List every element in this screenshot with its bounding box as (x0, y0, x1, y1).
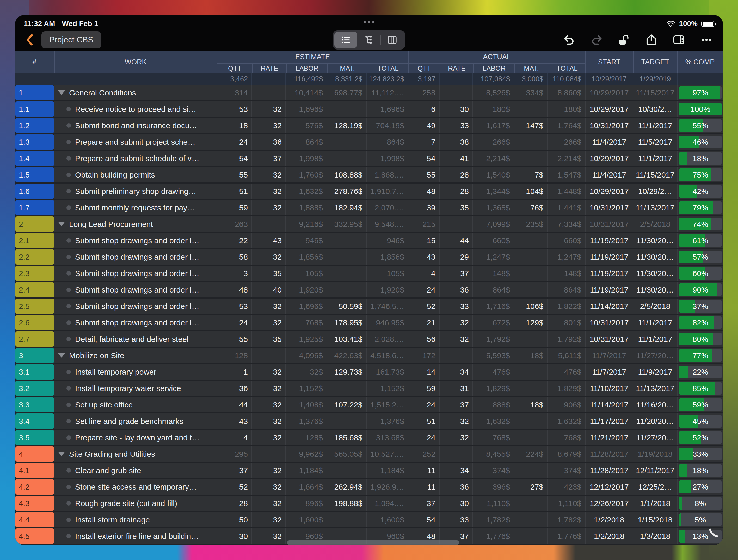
est-total-cell[interactable]: 946.95$ (366, 315, 408, 330)
act-total-cell[interactable]: 1,448$ (547, 184, 585, 199)
start-date-cell[interactable]: 11/19/2017 (585, 233, 633, 248)
start-date-cell[interactable]: 10/29/2017 (585, 184, 633, 199)
work-cell[interactable]: Submit shop drawings and order l… (54, 233, 217, 248)
work-cell[interactable]: Long Lead Procurement (54, 216, 217, 232)
act-labor-cell[interactable]: 5,593$ (472, 348, 513, 363)
act-qtt-cell[interactable]: 215 (408, 216, 439, 232)
act-mat-cell[interactable]: 7$ (513, 167, 547, 183)
table-row[interactable]: 1.6Submit preliminary shop drawing…51321… (15, 184, 723, 200)
act-mat-cell[interactable] (513, 266, 547, 281)
est-rate-cell[interactable]: 32 (252, 364, 285, 379)
target-date-cell[interactable]: 11/20/20… (633, 413, 677, 429)
header-est-mat[interactable]: MAT. (327, 64, 367, 73)
act-labor-cell[interactable]: 888$ (472, 397, 513, 412)
start-date-cell[interactable]: 11/19/2017 (585, 266, 633, 281)
act-labor-cell[interactable]: 148$ (472, 266, 513, 281)
act-labor-cell[interactable]: 374$ (472, 463, 513, 478)
collapse-arrow-icon[interactable] (58, 90, 65, 95)
act-labor-cell[interactable]: 672$ (472, 315, 513, 330)
est-qtt-cell[interactable]: 18 (217, 118, 252, 133)
percent-complete-cell[interactable]: 18% (677, 151, 723, 166)
row-number-cell[interactable]: 4.5 (15, 528, 54, 544)
header-work[interactable]: WORK (54, 51, 217, 73)
work-cell[interactable]: Set line and grade benchmarks (54, 413, 217, 429)
row-number-cell[interactable]: 2.7 (15, 331, 54, 347)
target-date-cell[interactable]: 2/5/2018 (633, 298, 677, 314)
act-labor-cell[interactable]: 2,214$ (472, 151, 513, 166)
header-target[interactable]: TARGET (633, 51, 677, 73)
act-mat-cell[interactable] (513, 430, 547, 445)
lock-open-icon[interactable] (618, 34, 630, 46)
header-comp[interactable]: % COMP. (677, 51, 723, 73)
est-rate-cell[interactable]: 43 (252, 233, 285, 248)
est-qtt-cell[interactable]: 1 (217, 364, 252, 379)
est-labor-cell[interactable]: 1,760$ (285, 167, 327, 183)
work-cell[interactable]: Prepare site - lay down yard and t… (54, 430, 217, 445)
start-date-cell[interactable]: 11/7/2017 (585, 364, 633, 379)
act-labor-cell[interactable]: 1,617$ (472, 118, 513, 133)
view-list-button[interactable] (334, 32, 357, 48)
table-row[interactable]: 3.4Set line and grade benchmarks43321,37… (15, 413, 723, 430)
est-labor-cell[interactable]: 768$ (285, 315, 327, 330)
est-mat-cell[interactable] (327, 134, 366, 150)
act-mat-cell[interactable] (513, 282, 547, 297)
act-total-cell[interactable]: 660$ (547, 233, 585, 248)
est-rate-cell[interactable]: 32 (252, 479, 285, 495)
table-row[interactable]: 4.1Clear and grub site37321,184$1,184$11… (15, 463, 723, 479)
target-date-cell[interactable]: 11/15/2017 (633, 85, 677, 100)
act-labor-cell[interactable]: 1,792$ (472, 331, 513, 347)
target-date-cell[interactable]: 2/5/2018 (633, 216, 677, 232)
work-cell[interactable]: Rough grade site (cut and fill) (54, 496, 217, 511)
act-rate-cell[interactable]: 32 (439, 331, 472, 347)
est-qtt-cell[interactable]: 58 (217, 249, 252, 265)
act-total-cell[interactable]: 1,247$ (547, 249, 585, 265)
percent-complete-cell[interactable]: 42% (677, 184, 723, 199)
work-cell[interactable]: Install storm drainage (54, 512, 217, 527)
table-row[interactable]: 2.6Submit shop drawings and order l…2432… (15, 315, 723, 331)
est-total-cell[interactable]: 704.19$ (366, 118, 408, 133)
act-rate-cell[interactable]: 34 (439, 364, 472, 379)
start-date-cell[interactable]: 10/31/2017 (585, 200, 633, 215)
header-act-rate[interactable]: RATE (440, 64, 473, 73)
act-rate-cell[interactable]: 44 (439, 233, 472, 248)
start-date-cell[interactable]: 10/29/2017 (585, 101, 633, 117)
table-row[interactable]: 3.3Set up site office44321,408$107.22$1,… (15, 397, 723, 413)
work-cell[interactable]: Stone site access and temporary… (54, 479, 217, 495)
row-number-cell[interactable]: 3 (15, 348, 54, 363)
act-labor-cell[interactable]: 1,247$ (472, 249, 513, 265)
percent-complete-cell[interactable]: 90% (677, 282, 723, 297)
act-qtt-cell[interactable]: 39 (408, 200, 439, 215)
row-number-cell[interactable]: 1.5 (15, 167, 54, 183)
est-qtt-cell[interactable]: 36 (217, 381, 252, 396)
table-row[interactable]: 2.3Submit shop drawings and order l…3351… (15, 266, 723, 282)
est-labor-cell[interactable]: 864$ (285, 134, 327, 150)
target-date-cell[interactable]: 11/30/20… (633, 282, 677, 297)
percent-complete-cell[interactable]: 61% (677, 233, 723, 248)
est-qtt-cell[interactable]: 314 (217, 85, 252, 100)
act-qtt-cell[interactable]: 52 (408, 298, 439, 314)
est-rate-cell[interactable]: 35 (252, 331, 285, 347)
start-date-cell[interactable]: 11/28/2017 (585, 446, 633, 462)
est-mat-cell[interactable]: 103.41$ (327, 331, 366, 347)
start-date-cell[interactable]: 11/14/2017 (585, 298, 633, 314)
act-labor-cell[interactable]: 864$ (472, 282, 513, 297)
est-mat-cell[interactable]: 565.05$ (327, 446, 366, 462)
est-qtt-cell[interactable]: 44 (217, 397, 252, 412)
act-total-cell[interactable]: 1,829$ (547, 381, 585, 396)
est-mat-cell[interactable] (327, 512, 366, 527)
act-qtt-cell[interactable]: 258 (408, 85, 439, 100)
percent-complete-cell[interactable]: 27% (677, 479, 723, 495)
work-cell[interactable]: Submit shop drawings and order l… (54, 315, 217, 330)
est-labor-cell[interactable]: 1,152$ (285, 381, 327, 396)
start-date-cell[interactable]: 10/29/2017 (585, 151, 633, 166)
act-total-cell[interactable]: 906$ (547, 397, 585, 412)
act-mat-cell[interactable] (513, 134, 547, 150)
target-date-cell[interactable]: 11/5/2017 (633, 134, 677, 150)
percent-complete-cell[interactable]: 37% (677, 298, 723, 314)
est-labor-cell[interactable]: 1,632$ (285, 184, 327, 199)
percent-complete-cell[interactable]: 55% (677, 118, 723, 133)
act-total-cell[interactable]: 5,611$ (547, 348, 585, 363)
est-qtt-cell[interactable]: 55 (217, 331, 252, 347)
percent-complete-cell[interactable]: 82% (677, 315, 723, 330)
row-number-cell[interactable]: 2 (15, 216, 54, 232)
